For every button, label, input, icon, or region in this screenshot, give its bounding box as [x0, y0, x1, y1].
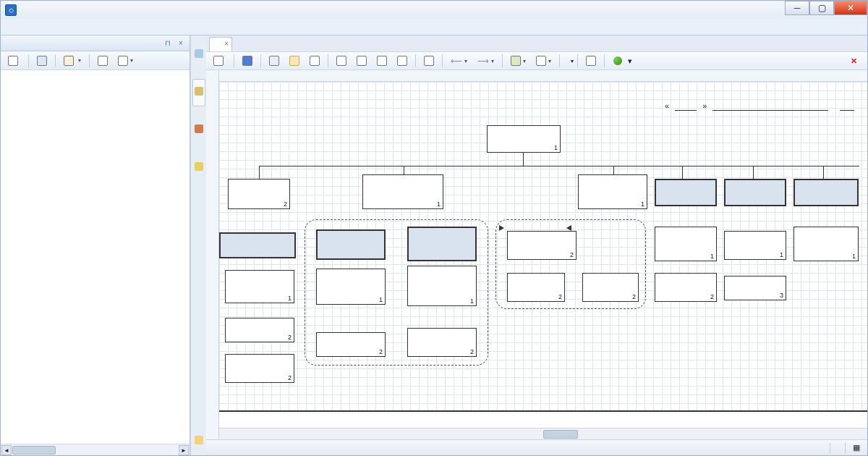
tb-icon-9[interactable]: ▾	[506, 54, 530, 68]
vtab-processes[interactable]	[192, 41, 205, 69]
node-storekeeper[interactable]: 2	[225, 318, 294, 342]
tb-nav-back[interactable]: ⟵▾	[446, 54, 472, 68]
node-supply[interactable]	[219, 232, 296, 258]
tb-nav-fwd[interactable]: ⟶▾	[473, 54, 498, 68]
main-toolbar: ⟵▾ ⟶▾ ▾ ▾ ▾ ▾ ✕	[206, 51, 867, 70]
maximize-button[interactable]: ▢	[809, 1, 834, 15]
navigator-pane: ⊓ × ▾ ▾ ◄►	[1, 35, 190, 455]
node-zam-prod[interactable]: 1	[362, 174, 443, 209]
vtab-extra-icon[interactable]	[192, 428, 205, 455]
tb-icon-1[interactable]	[265, 54, 284, 68]
nav-hscrollbar[interactable]: ◄►	[1, 444, 190, 455]
node-mgr-sales[interactable]: 2	[655, 273, 717, 302]
app-icon: ◇	[5, 4, 17, 16]
navigator-title: ⊓ ×	[1, 35, 190, 51]
group-team-2	[495, 219, 646, 309]
file-tab[interactable]: ×	[209, 37, 232, 51]
navigator-toolbar: ▾ ▾	[1, 51, 190, 70]
reports-button[interactable]: ▾	[59, 54, 85, 68]
tool-icon[interactable]	[33, 54, 51, 68]
tb-props[interactable]	[209, 54, 230, 68]
close-button[interactable]: ✕	[834, 1, 867, 15]
workspace: ⊓ × ▾ ▾ ◄►	[1, 35, 867, 455]
tool-icon-2[interactable]	[93, 54, 112, 68]
tree-view[interactable]	[1, 70, 190, 444]
status-icon[interactable]: ▦	[853, 443, 860, 452]
pin-icon[interactable]: ⊓	[163, 39, 172, 48]
menubar	[1, 19, 867, 35]
actions-button[interactable]: ▾	[608, 54, 637, 68]
approval-block: «»	[665, 88, 860, 140]
tab-close-icon[interactable]: ×	[224, 40, 229, 48]
canvas-hscrollbar[interactable]	[219, 428, 867, 439]
node-jurist[interactable]: 2	[228, 179, 290, 209]
close-doc-button[interactable]: ✕	[846, 56, 864, 66]
side-tabs	[190, 35, 206, 455]
node-hr[interactable]	[793, 179, 859, 206]
close-pane-icon[interactable]: ×	[176, 39, 185, 48]
tb-save-icon[interactable]	[238, 54, 257, 68]
diagram-canvas[interactable]: «»	[219, 82, 867, 428]
node-head-sales[interactable]: 1	[655, 227, 717, 261]
node-zam-qual[interactable]: 1	[578, 174, 647, 209]
node-mgr-supply[interactable]: 2	[225, 354, 294, 383]
tb-icon-7[interactable]	[393, 54, 412, 68]
vertical-ruler	[206, 70, 219, 439]
props-button[interactable]	[4, 54, 25, 68]
content-area: × ⟵▾ ⟶▾ ▾	[206, 35, 867, 455]
tb-icon-2[interactable]	[285, 54, 304, 68]
vtab-management[interactable]	[192, 154, 205, 182]
tb-icon-5[interactable]	[352, 54, 371, 68]
group-team-1	[305, 219, 488, 366]
node-acc[interactable]: 3	[724, 276, 786, 300]
tb-icon-8[interactable]	[420, 54, 438, 68]
tb-icon-11[interactable]	[582, 54, 600, 68]
horizontal-ruler	[219, 70, 867, 82]
tb-icon-6[interactable]	[373, 54, 391, 68]
node-head-supply[interactable]: 1	[225, 270, 294, 303]
app-window: ◇ ─ ▢ ✕ ⊓ ×	[0, 0, 868, 456]
vtab-objects[interactable]	[192, 117, 205, 144]
tb-icon-10[interactable]: ▾	[532, 54, 556, 68]
tool-icon-3[interactable]: ▾	[114, 54, 137, 68]
titlebar: ◇ ─ ▢ ✕	[1, 1, 867, 19]
tb-icon-3[interactable]	[305, 54, 324, 68]
node-accounting[interactable]	[724, 179, 786, 206]
diagram-caption	[219, 410, 867, 428]
tab-strip: ×	[206, 35, 867, 51]
tb-icon-4[interactable]	[332, 54, 351, 68]
node-head-hr[interactable]: 1	[793, 227, 859, 261]
canvas-area: «»	[206, 70, 867, 439]
node-chief-acc[interactable]: 1	[724, 231, 786, 260]
node-sales[interactable]	[655, 179, 717, 206]
minimize-button[interactable]: ─	[785, 1, 809, 15]
vtab-subjects[interactable]	[192, 79, 205, 106]
statusbar: ▦	[206, 439, 867, 455]
node-director[interactable]: 1	[487, 125, 561, 153]
window-buttons: ─ ▢ ✕	[785, 1, 867, 15]
